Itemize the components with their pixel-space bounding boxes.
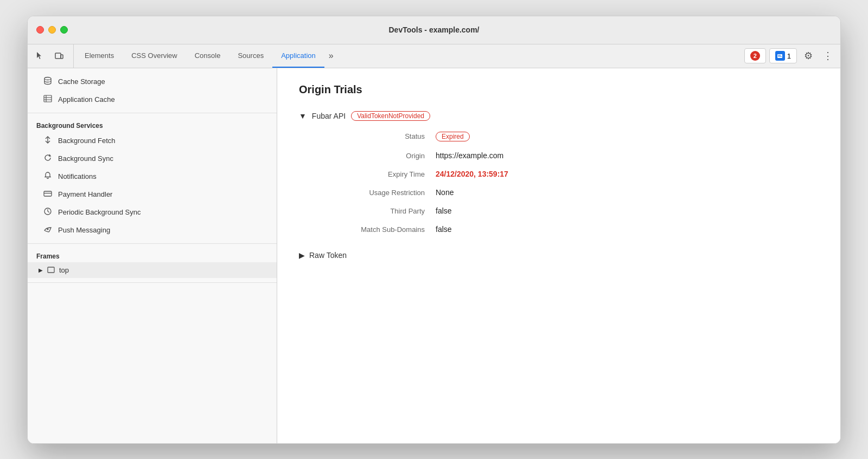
maximize-button[interactable] [60,26,68,34]
expiry-label: Expiry Time [316,170,436,178]
match-sub-domains-value: false [436,225,819,234]
tab-console[interactable]: Console [186,44,229,68]
background-services-title: Background Services [28,118,277,132]
more-tabs-button[interactable]: » [324,44,338,68]
message-badge-button[interactable]: 1 [769,48,797,63]
window-title: DevTools - example.com/ [388,25,479,34]
svg-rect-0 [55,53,61,59]
sidebar-item-top[interactable]: ▶ top [28,262,277,278]
application-cache-icon [43,94,53,105]
sidebar-item-background-fetch[interactable]: Background Fetch [28,132,277,150]
settings-button[interactable]: ⚙ [800,48,816,64]
payment-handler-icon [43,189,53,199]
traffic-lights [36,26,68,34]
svg-rect-17 [48,267,54,273]
usage-restriction-label: Usage Restriction [316,188,436,197]
frames-title: Frames [28,248,277,262]
svg-rect-4 [778,56,782,56]
tab-bar-right: 2 1 ⚙ ⋮ [744,44,836,68]
message-count-label: 1 [787,52,791,60]
sidebar-item-periodic-background-sync[interactable]: Periodic Background Sync [28,203,277,221]
tab-bar-tools [32,44,74,68]
page-title: Origin Trials [299,83,819,96]
svg-rect-1 [61,55,63,59]
svg-rect-6 [44,95,52,102]
origin-value: https://example.com [436,151,819,160]
raw-token-row: ▶ Raw Token [299,249,819,260]
svg-point-16 [47,228,49,230]
origin-label: Origin [316,151,436,160]
message-count [775,51,785,61]
third-party-label: Third Party [316,206,436,215]
device-toggle-icon[interactable] [52,48,67,63]
background-sync-icon [43,153,53,164]
tab-sources[interactable]: Sources [229,44,272,68]
storage-section: Cache Storage Application Cache [28,68,277,113]
svg-point-5 [44,77,51,80]
raw-token-toggle[interactable]: ▶ [299,251,305,260]
push-messaging-icon [43,225,53,235]
svg-rect-11 [44,191,52,196]
sidebar-item-notifications[interactable]: Notifications [28,167,277,185]
background-services-section: Background Services Background Fetch [28,113,277,244]
trial-expand-toggle[interactable]: ▼ [299,112,307,120]
tab-application[interactable]: Application [272,44,324,68]
status-expired-badge: Expired [436,132,470,141]
sidebar-item-push-messaging[interactable]: Push Messaging [28,221,277,239]
raw-token-label: Raw Token [309,251,347,260]
background-fetch-icon [43,135,53,146]
sidebar-item-background-sync[interactable]: Background Sync [28,150,277,167]
expiry-value: 24/12/2020, 13:59:17 [436,170,819,178]
cache-storage-icon [43,76,53,87]
sidebar-item-application-cache[interactable]: Application Cache [28,90,277,108]
tab-bar: Elements CSS Overview Console Sources Ap… [28,44,840,68]
match-sub-domains-label: Match Sub-Domains [316,225,436,234]
sidebar: Cache Storage Application Cache [28,68,277,443]
close-button[interactable] [36,26,44,34]
trial-details: Status Expired Origin https://example.co… [316,132,819,234]
trial-section: ▼ Fubar API ValidTokenNotProvided Status… [299,111,819,260]
frame-icon [47,266,55,274]
main-area: Cache Storage Application Cache [28,68,840,443]
tabs: Elements CSS Overview Console Sources Ap… [76,44,744,68]
error-badge-button[interactable]: 2 [744,48,766,63]
more-options-button[interactable]: ⋮ [820,48,836,64]
sidebar-item-cache-storage[interactable]: Cache Storage [28,73,277,90]
frames-section: Frames ▶ top [28,244,277,283]
content-panel: Origin Trials ▼ Fubar API ValidTokenNotP… [277,68,840,443]
status-value: Expired [436,132,819,141]
minimize-button[interactable] [48,26,56,34]
title-bar: DevTools - example.com/ [28,16,840,44]
devtools-window: DevTools - example.com/ Elements CSS Ove… [27,16,841,444]
usage-restriction-value: None [436,188,819,197]
inspect-icon[interactable] [32,48,47,63]
tab-css-overview[interactable]: CSS Overview [123,44,186,68]
top-frame-chevron-right: ▶ [39,267,43,273]
tab-elements[interactable]: Elements [76,44,123,68]
trial-status-badge: ValidTokenNotProvided [351,111,430,121]
status-label: Status [316,132,436,141]
periodic-background-sync-icon [43,207,53,217]
sidebar-item-payment-handler[interactable]: Payment Handler [28,185,277,203]
notifications-icon [43,171,53,182]
error-count: 2 [750,51,760,61]
trial-header: ▼ Fubar API ValidTokenNotProvided [299,111,819,121]
svg-line-15 [48,211,49,212]
trial-name: Fubar API [312,112,346,120]
svg-rect-3 [778,55,781,55]
third-party-value: false [436,206,819,215]
